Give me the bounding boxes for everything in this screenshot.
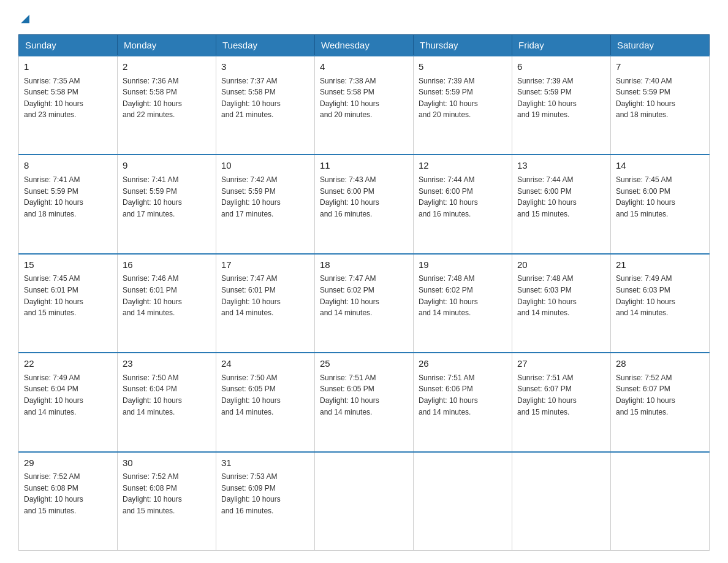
calendar-body: 1Sunrise: 7:35 AMSunset: 5:58 PMDaylight… (19, 56, 710, 551)
day-info: Sunrise: 7:52 AMSunset: 6:08 PMDaylight:… (123, 471, 211, 516)
day-number: 30 (123, 456, 211, 470)
day-cell: 7Sunrise: 7:40 AMSunset: 5:59 PMDaylight… (611, 56, 710, 155)
day-info: Sunrise: 7:39 AMSunset: 5:59 PMDaylight:… (419, 75, 507, 121)
day-number: 2 (123, 60, 211, 74)
day-cell: 2Sunrise: 7:36 AMSunset: 5:58 PMDaylight… (118, 56, 216, 155)
svg-marker-0 (21, 15, 29, 23)
day-header-tuesday: Tuesday (216, 35, 315, 56)
day-number: 3 (221, 60, 309, 74)
header-row: SundayMondayTuesdayWednesdayThursdayFrid… (19, 35, 710, 56)
week-row-1: 1Sunrise: 7:35 AMSunset: 5:58 PMDaylight… (19, 56, 710, 155)
calendar-table: SundayMondayTuesdayWednesdayThursdayFrid… (18, 34, 710, 551)
day-cell: 5Sunrise: 7:39 AMSunset: 5:59 PMDaylight… (414, 56, 512, 155)
day-info: Sunrise: 7:39 AMSunset: 5:59 PMDaylight:… (517, 75, 605, 121)
day-cell (512, 452, 611, 551)
day-cell: 22Sunrise: 7:49 AMSunset: 6:04 PMDayligh… (19, 353, 118, 451)
day-cell: 19Sunrise: 7:48 AMSunset: 6:02 PMDayligh… (414, 254, 512, 353)
day-info: Sunrise: 7:49 AMSunset: 6:03 PMDaylight:… (616, 273, 704, 318)
day-info: Sunrise: 7:44 AMSunset: 6:00 PMDaylight:… (517, 174, 605, 220)
day-cell: 6Sunrise: 7:39 AMSunset: 5:59 PMDaylight… (512, 56, 611, 155)
day-info: Sunrise: 7:51 AMSunset: 6:05 PMDaylight:… (320, 372, 408, 418)
logo-icon (18, 12, 32, 26)
day-info: Sunrise: 7:48 AMSunset: 6:03 PMDaylight:… (517, 273, 605, 318)
day-cell: 28Sunrise: 7:52 AMSunset: 6:07 PMDayligh… (611, 353, 710, 451)
day-info: Sunrise: 7:48 AMSunset: 6:02 PMDaylight:… (419, 273, 507, 318)
day-info: Sunrise: 7:41 AMSunset: 5:59 PMDaylight:… (123, 174, 211, 220)
day-info: Sunrise: 7:46 AMSunset: 6:01 PMDaylight:… (123, 273, 211, 318)
day-info: Sunrise: 7:47 AMSunset: 6:02 PMDaylight:… (320, 273, 408, 318)
day-info: Sunrise: 7:42 AMSunset: 5:59 PMDaylight:… (221, 174, 309, 220)
day-cell (414, 452, 512, 551)
day-info: Sunrise: 7:49 AMSunset: 6:04 PMDaylight:… (24, 372, 112, 418)
day-number: 11 (320, 159, 408, 173)
day-number: 18 (320, 258, 408, 272)
day-cell: 31Sunrise: 7:53 AMSunset: 6:09 PMDayligh… (216, 452, 315, 551)
day-cell: 3Sunrise: 7:37 AMSunset: 5:58 PMDaylight… (216, 56, 315, 155)
day-cell: 21Sunrise: 7:49 AMSunset: 6:03 PMDayligh… (611, 254, 710, 353)
day-number: 17 (221, 258, 309, 272)
day-cell: 27Sunrise: 7:51 AMSunset: 6:07 PMDayligh… (512, 353, 611, 451)
day-number: 4 (320, 60, 408, 74)
day-cell: 24Sunrise: 7:50 AMSunset: 6:05 PMDayligh… (216, 353, 315, 451)
day-info: Sunrise: 7:52 AMSunset: 6:07 PMDaylight:… (616, 372, 704, 418)
day-cell: 4Sunrise: 7:38 AMSunset: 5:58 PMDaylight… (315, 56, 414, 155)
day-info: Sunrise: 7:50 AMSunset: 6:05 PMDaylight:… (221, 372, 309, 418)
day-cell: 30Sunrise: 7:52 AMSunset: 6:08 PMDayligh… (118, 452, 216, 551)
day-cell: 11Sunrise: 7:43 AMSunset: 6:00 PMDayligh… (315, 155, 414, 253)
day-cell (611, 452, 710, 551)
calendar-header: SundayMondayTuesdayWednesdayThursdayFrid… (19, 35, 710, 56)
day-info: Sunrise: 7:45 AMSunset: 6:00 PMDaylight:… (616, 174, 704, 220)
day-number: 16 (123, 258, 211, 272)
day-number: 27 (517, 357, 605, 371)
day-number: 20 (517, 258, 605, 272)
logo-triangle-icon (18, 12, 32, 26)
day-info: Sunrise: 7:53 AMSunset: 6:09 PMDaylight:… (221, 471, 309, 516)
day-number: 19 (419, 258, 507, 272)
day-info: Sunrise: 7:36 AMSunset: 5:58 PMDaylight:… (123, 75, 211, 121)
day-number: 22 (24, 357, 112, 371)
week-row-2: 8Sunrise: 7:41 AMSunset: 5:59 PMDaylight… (19, 155, 710, 253)
day-info: Sunrise: 7:51 AMSunset: 6:07 PMDaylight:… (517, 372, 605, 418)
logo-area (18, 12, 32, 23)
day-number: 8 (24, 159, 112, 173)
day-cell: 13Sunrise: 7:44 AMSunset: 6:00 PMDayligh… (512, 155, 611, 253)
day-cell: 15Sunrise: 7:45 AMSunset: 6:01 PMDayligh… (19, 254, 118, 353)
day-cell: 12Sunrise: 7:44 AMSunset: 6:00 PMDayligh… (414, 155, 512, 253)
day-header-friday: Friday (512, 35, 611, 56)
page-container: SundayMondayTuesdayWednesdayThursdayFrid… (0, 0, 728, 563)
day-number: 7 (616, 60, 704, 74)
day-header-thursday: Thursday (414, 35, 512, 56)
day-number: 15 (24, 258, 112, 272)
day-number: 28 (616, 357, 704, 371)
day-number: 5 (419, 60, 507, 74)
day-cell: 9Sunrise: 7:41 AMSunset: 5:59 PMDaylight… (118, 155, 216, 253)
day-cell: 1Sunrise: 7:35 AMSunset: 5:58 PMDaylight… (19, 56, 118, 155)
day-header-saturday: Saturday (611, 35, 710, 56)
day-header-sunday: Sunday (19, 35, 118, 56)
day-number: 12 (419, 159, 507, 173)
day-cell: 17Sunrise: 7:47 AMSunset: 6:01 PMDayligh… (216, 254, 315, 353)
day-number: 24 (221, 357, 309, 371)
day-info: Sunrise: 7:44 AMSunset: 6:00 PMDaylight:… (419, 174, 507, 220)
day-info: Sunrise: 7:51 AMSunset: 6:06 PMDaylight:… (419, 372, 507, 418)
week-row-4: 22Sunrise: 7:49 AMSunset: 6:04 PMDayligh… (19, 353, 710, 451)
day-number: 9 (123, 159, 211, 173)
day-number: 14 (616, 159, 704, 173)
day-cell: 8Sunrise: 7:41 AMSunset: 5:59 PMDaylight… (19, 155, 118, 253)
day-number: 10 (221, 159, 309, 173)
day-number: 29 (24, 456, 112, 470)
day-info: Sunrise: 7:47 AMSunset: 6:01 PMDaylight:… (221, 273, 309, 318)
day-cell: 20Sunrise: 7:48 AMSunset: 6:03 PMDayligh… (512, 254, 611, 353)
day-info: Sunrise: 7:41 AMSunset: 5:59 PMDaylight:… (24, 174, 112, 220)
day-number: 23 (123, 357, 211, 371)
header (18, 12, 710, 23)
day-number: 31 (221, 456, 309, 470)
day-number: 26 (419, 357, 507, 371)
day-info: Sunrise: 7:38 AMSunset: 5:58 PMDaylight:… (320, 75, 408, 121)
day-number: 25 (320, 357, 408, 371)
day-cell: 23Sunrise: 7:50 AMSunset: 6:04 PMDayligh… (118, 353, 216, 451)
day-info: Sunrise: 7:37 AMSunset: 5:58 PMDaylight:… (221, 75, 309, 121)
day-info: Sunrise: 7:40 AMSunset: 5:59 PMDaylight:… (616, 75, 704, 121)
day-info: Sunrise: 7:35 AMSunset: 5:58 PMDaylight:… (24, 75, 112, 121)
day-cell: 18Sunrise: 7:47 AMSunset: 6:02 PMDayligh… (315, 254, 414, 353)
